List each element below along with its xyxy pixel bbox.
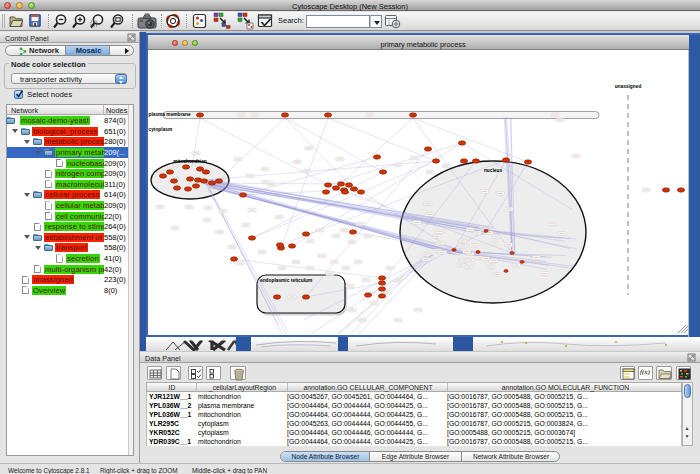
svg-text:plasma membrane: plasma membrane	[149, 112, 191, 117]
svg-text:mitochondrion: mitochondrion	[173, 159, 207, 164]
svg-text:cytoplasm: cytoplasm	[149, 127, 173, 132]
svg-text:endoplasmic reticulum: endoplasmic reticulum	[260, 278, 312, 283]
svg-text:unassigned: unassigned	[615, 84, 642, 89]
svg-text:nucleus: nucleus	[484, 168, 502, 173]
